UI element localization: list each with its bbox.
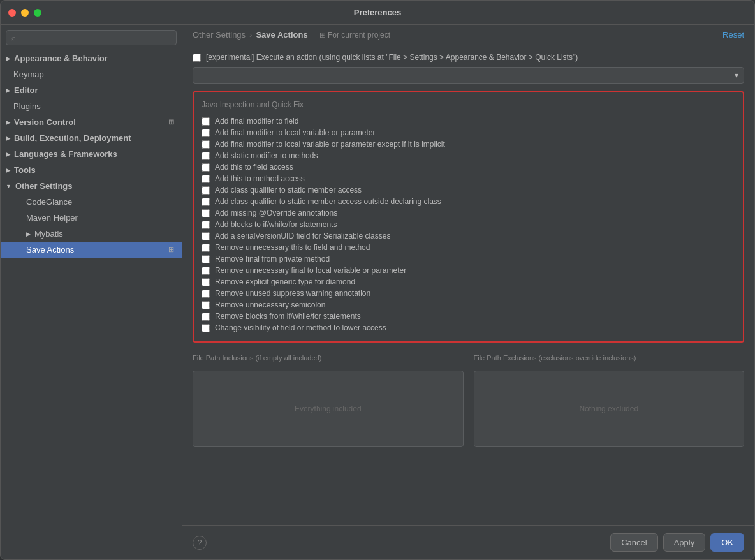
inspection-item-15: Remove unused suppress warning annotatio… — [202, 288, 735, 299]
chevron-right-icon: ▶ — [6, 119, 10, 126]
sidebar-item-mybatis[interactable]: ▶ Mybatis — [1, 226, 182, 242]
checkbox-change-visibility[interactable] — [202, 324, 210, 332]
label-add-this-method: Add this to method access — [215, 174, 305, 183]
checkbox-add-final-local-except[interactable] — [202, 140, 210, 149]
inspection-item-18: Change visibility of field or method to … — [202, 322, 735, 334]
search-box[interactable]: ⌕ — [6, 30, 177, 45]
exclusions-area[interactable]: Nothing excluded — [474, 371, 745, 447]
checkbox-add-class-qualifier[interactable] — [202, 186, 210, 195]
inspection-item-10: Add a serialVersionUID field for Seriali… — [202, 230, 735, 242]
label-remove-semicolon: Remove unnecessary semicolon — [215, 300, 325, 309]
sidebar-item-other-settings[interactable]: ▼ Other Settings — [1, 178, 182, 194]
dialog-title: Preferences — [354, 8, 401, 17]
minimize-button[interactable] — [21, 9, 29, 17]
search-input[interactable] — [20, 33, 171, 42]
close-button[interactable] — [8, 9, 16, 17]
footer-left: ? — [193, 536, 207, 550]
experimental-row: [experimental] Execute an action (using … — [193, 53, 744, 62]
search-icon: ⌕ — [11, 34, 16, 41]
maximize-button[interactable] — [34, 9, 41, 17]
chevron-right-icon: ▶ — [26, 231, 31, 237]
checkbox-remove-blocks[interactable] — [202, 313, 210, 321]
checkbox-remove-generic[interactable] — [202, 278, 210, 286]
breadcrumb-parent: Other Settings — [193, 30, 246, 40]
inspection-item-12: Remove final from private method — [202, 253, 735, 265]
sidebar-item-languages[interactable]: ▶ Languages & Frameworks — [1, 146, 182, 162]
experimental-checkbox[interactable] — [193, 54, 201, 62]
inspection-item-9: Add blocks to if/while/for statements — [202, 219, 735, 230]
preferences-dialog: Preferences ⌕ ▶ Appearance & Behavior Ke… — [0, 0, 755, 560]
inspection-item-0: Add final modifier to field — [202, 115, 735, 127]
inspection-item-7: Add class qualifier to static member acc… — [202, 196, 735, 207]
checkbox-remove-this[interactable] — [202, 244, 210, 252]
label-add-final-field: Add final modifier to field — [215, 117, 298, 126]
inspection-item-17: Remove blocks from if/while/for statemen… — [202, 311, 735, 322]
checkbox-add-final-local[interactable] — [202, 129, 210, 137]
checkbox-remove-semicolon[interactable] — [202, 301, 210, 309]
sidebar-item-label: Keymap — [13, 70, 44, 79]
label-remove-suppress: Remove unused suppress warning annotatio… — [215, 289, 370, 298]
file-path-exclusions-col: File Path Exclusions (exclusions overrid… — [474, 350, 745, 368]
sidebar-item-tools[interactable]: ▶ Tools — [1, 162, 182, 178]
checkbox-add-serial[interactable] — [202, 232, 210, 240]
file-path-inclusions-col: File Path Inclusions (if empty all inclu… — [193, 350, 464, 368]
sidebar: ⌕ ▶ Appearance & Behavior Keymap ▶ Edito… — [1, 25, 182, 559]
cancel-button[interactable]: Cancel — [610, 533, 657, 552]
inspection-item-2: Add final modifier to local variable or … — [202, 138, 735, 150]
checkbox-add-override[interactable] — [202, 209, 210, 217]
label-add-class-qualifier: Add class qualifier to static member acc… — [215, 186, 362, 195]
breadcrumb-project: For current project — [319, 31, 390, 40]
sidebar-item-plugins[interactable]: Plugins — [1, 98, 182, 114]
sidebar-item-build[interactable]: ▶ Build, Execution, Deployment — [1, 130, 182, 146]
apply-button[interactable]: Apply — [663, 533, 706, 552]
checkbox-add-blocks[interactable] — [202, 221, 210, 229]
inspection-item-8: Add missing @Override annotations — [202, 207, 735, 219]
sidebar-item-codeglance[interactable]: CodeGlance — [1, 194, 182, 210]
title-bar: Preferences — [1, 1, 754, 25]
help-button[interactable]: ? — [193, 536, 207, 550]
sidebar-item-label: Appearance & Behavior — [14, 54, 108, 63]
sidebar-item-version-control[interactable]: ▶ Version Control ⊞ — [1, 114, 182, 130]
sidebar-item-label: Mybatis — [34, 229, 63, 239]
ok-button[interactable]: OK — [710, 533, 744, 552]
checkbox-add-this-field[interactable] — [202, 163, 210, 172]
breadcrumb-current: Save Actions — [256, 30, 307, 40]
sidebar-item-label: CodeGlance — [26, 197, 72, 207]
right-panel: Other Settings › Save Actions For curren… — [182, 25, 754, 559]
checkbox-add-final-field[interactable] — [202, 117, 210, 126]
footer-right: Cancel Apply OK — [610, 533, 744, 552]
label-add-final-local: Add final modifier to local variable or … — [215, 128, 375, 137]
checkbox-remove-final-local[interactable] — [202, 267, 210, 275]
breadcrumb-bar: Other Settings › Save Actions For curren… — [182, 25, 754, 45]
sidebar-item-appearance[interactable]: ▶ Appearance & Behavior — [1, 50, 182, 66]
label-remove-generic: Remove explicit generic type for diamond — [215, 277, 355, 286]
reset-link[interactable]: Reset — [722, 30, 744, 40]
label-add-override: Add missing @Override annotations — [215, 209, 337, 217]
dropdown-row[interactable]: ▾ — [193, 67, 744, 84]
chevron-down-icon: ▼ — [6, 183, 11, 189]
quick-list-dropdown[interactable]: ▾ — [193, 67, 744, 84]
sidebar-item-maven-helper[interactable]: Maven Helper — [1, 210, 182, 226]
inspection-item-16: Remove unnecessary semicolon — [202, 299, 735, 311]
breadcrumb-separator: › — [249, 30, 252, 40]
checkbox-remove-final-private[interactable] — [202, 255, 210, 263]
checkbox-add-class-qualifier-outside[interactable] — [202, 198, 210, 206]
file-paths-columns: Everything included Nothing excluded — [193, 371, 744, 447]
file-paths-header: File Path Inclusions (if empty all inclu… — [193, 350, 744, 368]
inclusions-area[interactable]: Everything included — [193, 371, 464, 447]
sidebar-item-label: Other Settings — [15, 181, 73, 191]
checkbox-remove-suppress[interactable] — [202, 290, 210, 298]
checkbox-add-this-method[interactable] — [202, 175, 210, 183]
inspection-item-5: Add this to method access — [202, 173, 735, 184]
sidebar-item-save-actions[interactable]: Save Actions ⊞ — [1, 242, 182, 258]
sidebar-item-label: Save Actions — [26, 245, 74, 254]
main-content: ⌕ ▶ Appearance & Behavior Keymap ▶ Edito… — [1, 25, 754, 559]
sidebar-item-label: Maven Helper — [26, 213, 78, 223]
sidebar-item-keymap[interactable]: Keymap — [1, 66, 182, 82]
checkbox-add-static-methods[interactable] — [202, 152, 210, 160]
inspection-item-1: Add final modifier to local variable or … — [202, 127, 735, 138]
inspection-box: Java Inspection and Quick Fix Add final … — [193, 91, 744, 343]
sidebar-item-editor[interactable]: ▶ Editor — [1, 82, 182, 98]
inspection-item-13: Remove unnecessary final to local variab… — [202, 265, 735, 276]
inspection-item-3: Add static modifier to methods — [202, 150, 735, 161]
